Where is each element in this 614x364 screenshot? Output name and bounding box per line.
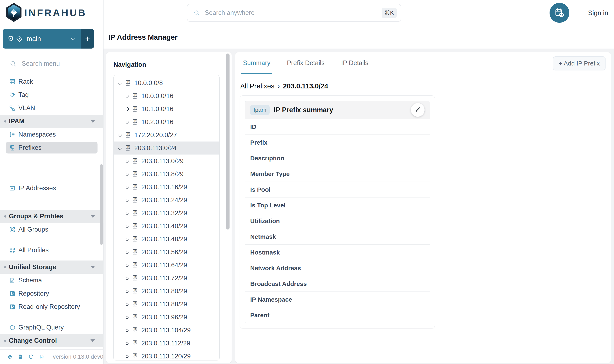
global-search-input[interactable]: Search anywhere ⌘K: [187, 4, 401, 22]
time-travel-button[interactable]: [549, 3, 569, 23]
tree-row[interactable]: 203.0.113.96/29: [114, 311, 219, 324]
docs-icon[interactable]: [18, 353, 23, 361]
tree-expander-icon[interactable]: [124, 106, 130, 112]
tree-row[interactable]: 172.20.20.0/27: [114, 129, 219, 142]
prefix-summary-card: Ipam IP Prefix summary ID 17: [240, 95, 435, 328]
tree-expander-icon[interactable]: [117, 80, 123, 86]
sidebar-menu-item[interactable]: Repository: [0, 287, 103, 300]
tree-expander-icon[interactable]: [124, 210, 130, 216]
ip-prefix-icon: [131, 275, 138, 282]
ip-prefix-icon: [131, 340, 138, 347]
sidebar-menu-item[interactable]: Change Control: [0, 334, 103, 347]
row-label: Is Pool: [245, 186, 308, 193]
tree-expander-icon[interactable]: [124, 288, 130, 294]
sidebar-menu-item[interactable]: Tag: [0, 88, 103, 102]
ip-prefix-icon: [131, 184, 138, 191]
sidebar-menu-item[interactable]: Groups & Profiles: [0, 210, 103, 223]
tree-row[interactable]: 10.1.0.0/16: [114, 103, 219, 116]
tree-expander-icon[interactable]: [124, 223, 130, 229]
sidebar-menu-item[interactable]: Rack: [0, 75, 103, 88]
sidebar-menu-item[interactable]: VLAN: [0, 102, 103, 115]
add-branch-button[interactable]: [81, 29, 94, 49]
sidebar-menu-item[interactable]: GraphQL Query: [0, 321, 103, 334]
swagger-braces-icon[interactable]: [39, 353, 44, 361]
git-version-icon[interactable]: [7, 353, 13, 361]
tree-row[interactable]: 10.2.0.0/16: [114, 116, 219, 129]
tree-scrollbar[interactable]: [226, 53, 230, 230]
tree-row-label: 203.0.113.32/29: [141, 209, 187, 217]
add-ip-prefix-button[interactable]: + Add IP Prefix: [553, 56, 605, 70]
tree-row[interactable]: 203.0.113.0/24: [114, 142, 219, 155]
tree-row[interactable]: 203.0.113.40/29: [114, 220, 219, 233]
tree-row[interactable]: 10.0.0.0/16: [114, 90, 219, 103]
tree-row[interactable]: 203.0.113.16/29: [114, 181, 219, 194]
sidebar-menu-item[interactable]: IP Addresses: [0, 182, 103, 195]
tree-expander-icon[interactable]: [124, 249, 130, 255]
ip-prefix-icon: [131, 105, 138, 113]
tab[interactable]: Summary: [241, 52, 272, 74]
ipam-badge: Ipam: [250, 105, 270, 115]
tree-row[interactable]: 203.0.113.88/29: [114, 298, 219, 311]
tab[interactable]: Prefix Details: [285, 52, 327, 74]
sidebar-menu-item[interactable]: All Groups: [0, 223, 103, 236]
branch-icon: [16, 35, 23, 42]
tree-row[interactable]: 203.0.113.120/29: [114, 350, 219, 361]
sidebar-menu-item[interactable]: Schema: [0, 274, 103, 287]
tree-expander-icon[interactable]: [124, 314, 130, 320]
sidebar-scrollbar[interactable]: [100, 164, 103, 245]
tab[interactable]: IP Details: [340, 52, 370, 74]
tree-row[interactable]: 203.0.113.0/29: [114, 155, 219, 168]
tree-expander-icon[interactable]: [124, 262, 130, 268]
tree-expander-icon[interactable]: [124, 340, 130, 346]
tree-expander-icon[interactable]: [117, 132, 123, 138]
breadcrumb-all-prefixes-link[interactable]: All Prefixes: [240, 82, 274, 90]
menu-item-label: Read-only Repository: [18, 303, 80, 311]
ip-prefix-icon: [131, 288, 138, 295]
row-label: IP Namespace: [245, 296, 308, 303]
sign-in-button[interactable]: Sign in: [588, 0, 608, 26]
tree-expander-icon[interactable]: [124, 158, 130, 164]
menu-item-icon: [9, 304, 15, 310]
edit-button[interactable]: [411, 103, 425, 117]
tree-row[interactable]: 203.0.113.48/29: [114, 233, 219, 246]
tree-expander-icon[interactable]: [124, 275, 130, 281]
tree-expander-icon[interactable]: [124, 236, 130, 242]
ip-prefix-icon: [131, 301, 138, 308]
tree-row[interactable]: 203.0.113.104/29: [114, 324, 219, 337]
ip-prefix-icon: [124, 79, 131, 87]
sidebar-menu-item[interactable]: Unified Storage: [0, 260, 103, 274]
tree-row[interactable]: 203.0.113.80/29: [114, 285, 219, 298]
sidebar-menu-item[interactable]: Prefixes: [6, 142, 98, 154]
sidebar-menu-item[interactable]: IPAM: [0, 115, 103, 128]
sidebar-menu-item[interactable]: All Profiles: [0, 244, 103, 257]
sidebar-menu-item[interactable]: Namespaces: [0, 128, 103, 141]
sidebar-search-input[interactable]: Search menu: [0, 52, 103, 75]
tree-row-label: 203.0.113.0/24: [134, 144, 177, 152]
graphql-icon[interactable]: [28, 353, 34, 361]
tree-row[interactable]: 203.0.113.112/29: [114, 337, 219, 350]
branch-dropdown[interactable]: main: [3, 29, 81, 49]
tree-expander-icon[interactable]: [124, 197, 130, 203]
tree-row[interactable]: 10.0.0.0/8: [114, 77, 219, 90]
tree-row[interactable]: 203.0.113.56/29: [114, 246, 219, 259]
tree-row[interactable]: 203.0.113.24/29: [114, 194, 219, 207]
shortcut-badge: ⌘K: [382, 8, 397, 18]
tree-expander-icon[interactable]: [124, 184, 130, 190]
tree-row[interactable]: 203.0.113.32/29: [114, 207, 219, 220]
tree-row[interactable]: 203.0.113.72/29: [114, 272, 219, 285]
tree-expander-icon[interactable]: [124, 119, 130, 125]
tree-expander-icon[interactable]: [124, 353, 130, 359]
menu-item-label: Rack: [18, 78, 33, 85]
tree-expander-icon[interactable]: [124, 327, 130, 333]
tree-expander-icon[interactable]: [124, 301, 130, 307]
sidebar-search-placeholder: Search menu: [22, 60, 60, 67]
tree-row[interactable]: 203.0.113.64/29: [114, 259, 219, 272]
tree-expander-icon[interactable]: [124, 93, 130, 99]
sidebar-menu-item[interactable]: Read-only Repository: [0, 300, 103, 313]
tree-row[interactable]: 203.0.113.8/29: [114, 168, 219, 181]
tree-expander-icon[interactable]: [124, 171, 130, 177]
ip-prefix-icon: [131, 197, 138, 204]
tree-expander-icon[interactable]: [117, 145, 123, 151]
logo[interactable]: INFRAHUB: [0, 0, 103, 26]
menu-item-icon: [9, 247, 15, 253]
